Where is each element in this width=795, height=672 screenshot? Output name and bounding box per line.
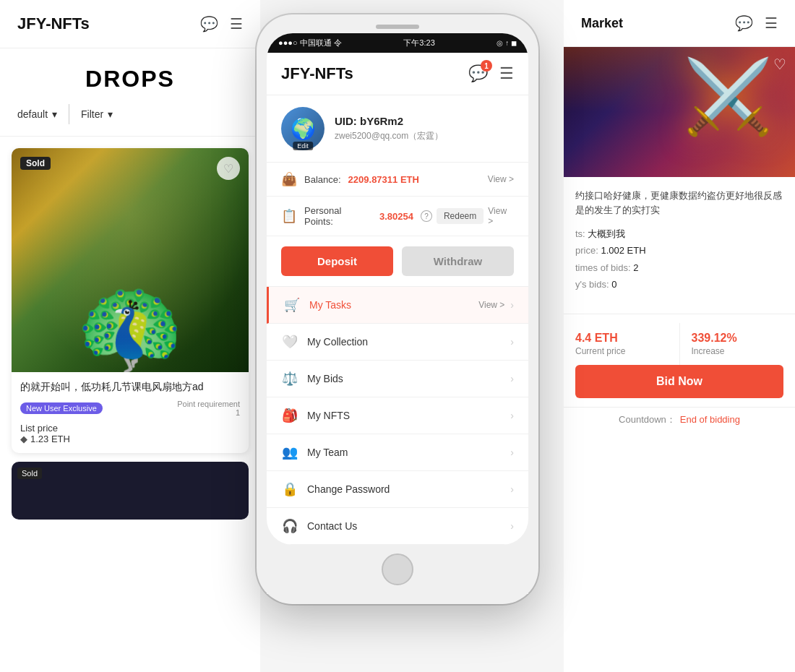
menu-item-my-team[interactable]: 👥My Team›	[267, 434, 528, 471]
chevron-right-icon: ›	[510, 299, 514, 311]
menu-item-right: ›	[510, 336, 514, 348]
menu-item-left: 👥My Team	[281, 444, 348, 460]
bid-button[interactable]: Bid Now	[575, 365, 783, 398]
chevron-right-icon: ›	[510, 447, 514, 458]
current-price-value: 4.4 ETH	[575, 332, 668, 345]
chevron-down-icon: ▾	[52, 108, 57, 120]
menu-item-right: ›	[510, 373, 514, 384]
chevron-right-icon: ›	[510, 336, 514, 348]
phone-speaker	[376, 25, 419, 29]
divider	[564, 314, 795, 314]
hamburger-menu[interactable]: ☰	[499, 64, 514, 83]
menu-item-my-bids[interactable]: ⚖️My Bids›	[267, 361, 528, 397]
left-header: JFY-NFTs 💬 ☰	[0, 0, 260, 48]
uid-text: UID: bY6Rm2	[335, 115, 443, 127]
point-requirement: Point requirement 1	[177, 400, 240, 417]
menu-icon-my-collection: 🤍	[281, 334, 298, 350]
menu-icon[interactable]: ☰	[230, 15, 243, 33]
phone-home-area	[267, 545, 528, 594]
chevron-down-icon: ▾	[108, 108, 113, 120]
menu-icon-my-tasks: 🛒	[283, 297, 301, 313]
points-left: 📋 Personal Points: 3.80254 ?	[281, 205, 432, 227]
menu-item-right: ›	[510, 410, 514, 421]
redeem-button[interactable]: Redeem	[437, 208, 484, 224]
profile-info: UID: bY6Rm2 zwei5200@qq.com（宏霆）	[335, 115, 443, 142]
card-info: 的就开始叫，低功耗几节课电风扇地方ad New User Exclusive P…	[12, 372, 249, 453]
message-icon[interactable]: 💬	[200, 15, 218, 33]
balance-row: 👜 Balance: 2209.87311 ETH View >	[267, 163, 528, 197]
avatar-edit-label[interactable]: Edit	[293, 142, 313, 150]
left-header-icons: 💬 ☰	[200, 15, 243, 33]
menu-label-change-password: Change Password	[307, 483, 390, 495]
points-icon: 📋	[281, 208, 297, 224]
game-favorite-button[interactable]: ♡	[773, 56, 786, 73]
phone-screen: ●●●○ 中国联通 令 下午3:23 ◎ ↑ ◼ JFY-NFTs 💬 1 ☰	[267, 33, 528, 545]
balance-value: 2209.87311 ETH	[348, 174, 419, 185]
increase-box: 339.12% Increase	[680, 323, 796, 365]
countdown-value: End of bidding	[680, 414, 740, 425]
menu-item-right: ›	[510, 520, 514, 532]
menu-item-right: View >›	[478, 299, 514, 311]
menu-item-left: 🎒My NFTS	[281, 408, 350, 423]
action-buttons: Deposit Withdraw	[267, 236, 528, 287]
menu-item-my-nfts[interactable]: 🎒My NFTS›	[267, 397, 528, 434]
left-filters: default ▾ Filter ▾	[0, 104, 260, 137]
second-nft-card: Sold	[12, 462, 249, 520]
home-button[interactable]	[382, 553, 413, 585]
new-user-tag: New User Exclusive	[20, 402, 103, 414]
status-left: ●●●○ 中国联通 令	[278, 38, 342, 48]
right-header-icons: 💬 ☰	[735, 14, 778, 32]
notification-icon[interactable]: 💬 1	[468, 64, 488, 83]
menu-label-my-bids: My Bids	[307, 373, 343, 384]
countdown-row: Countdown： End of bidding	[564, 407, 795, 432]
price-row: 4.4 ETH Current price 339.12% Increase	[564, 323, 795, 365]
phone-outer: ●●●○ 中国联通 令 下午3:23 ◎ ↑ ◼ JFY-NFTs 💬 1 ☰	[257, 14, 538, 604]
menu-item-left: 🔒Change Password	[281, 481, 390, 497]
menu-item-my-collection[interactable]: 🤍My Collection›	[267, 324, 528, 361]
right-message-icon[interactable]: 💬	[735, 14, 753, 32]
phone-app-header: JFY-NFTs 💬 1 ☰	[267, 53, 528, 95]
withdraw-button[interactable]: Withdraw	[402, 246, 514, 276]
card-container: Sold ♡ 的就开始叫，低功耗几节课电风扇地方ad New User Excl…	[0, 137, 260, 531]
wallet-icon: 👜	[281, 171, 297, 187]
notification-badge: 1	[481, 60, 492, 72]
help-icon[interactable]: ?	[421, 210, 432, 222]
card-tags: New User Exclusive Point requirement 1	[20, 400, 240, 417]
menu-label-my-team: My Team	[307, 447, 348, 458]
increase-label: Increase	[692, 346, 784, 356]
right-menu-icon[interactable]: ☰	[765, 14, 778, 32]
default-filter[interactable]: default ▾	[17, 104, 57, 124]
menu-item-right: ›	[510, 483, 514, 495]
card-description: 约接口哈好健康，更健康数据约盗仿更好地很反感是的发生了的实打实	[575, 189, 783, 217]
card-title: 的就开始叫，低功耗几节课电风扇地方ad	[20, 381, 240, 394]
points-view-link[interactable]: View >	[488, 206, 514, 226]
balance-view-link[interactable]: View >	[488, 174, 514, 184]
phone-logo: JFY-NFTs	[281, 64, 353, 83]
filter-dropdown[interactable]: Filter ▾	[81, 104, 113, 124]
deposit-button[interactable]: Deposit	[281, 246, 393, 276]
status-right: ◎ ↑ ◼	[497, 39, 517, 47]
points-value: 3.80254	[379, 211, 413, 222]
favorite-button[interactable]: ♡	[217, 157, 240, 180]
nft-card: Sold ♡ 的就开始叫，低功耗几节课电风扇地方ad New User Excl…	[12, 148, 249, 453]
email-text: zwei5200@qq.com（宏霆）	[335, 130, 443, 142]
phone-notch	[267, 25, 528, 29]
right-header: Market 💬 ☰	[564, 0, 795, 47]
game-banner: ⚔️ ♡	[564, 47, 795, 177]
menu-icon-my-bids: ⚖️	[281, 371, 298, 387]
menu-item-contact-us[interactable]: 🎧Contact Us›	[267, 508, 528, 545]
menu-label-my-nfts: My NFTS	[307, 410, 350, 421]
profile-section: 🌍 Edit UID: bY6Rm2 zwei5200@qq.com（宏霆）	[267, 95, 528, 163]
chevron-right-icon: ›	[510, 520, 514, 532]
points-row: 📋 Personal Points: 3.80254 ? Redeem View…	[267, 197, 528, 236]
phone-header-right: 💬 1 ☰	[468, 64, 514, 83]
menu-item-change-password[interactable]: 🔒Change Password›	[267, 471, 528, 508]
menu-item-left: 🤍My Collection	[281, 334, 368, 350]
menu-icon-my-team: 👥	[281, 444, 298, 460]
menu-item-my-tasks[interactable]: 🛒My TasksView >›	[267, 287, 528, 324]
menu-item-left: 🛒My Tasks	[283, 297, 351, 313]
menu-icon-contact-us: 🎧	[281, 518, 298, 534]
increase-value: 339.12%	[692, 332, 784, 345]
menu-view-link[interactable]: View >	[478, 300, 504, 310]
peacock-image	[12, 148, 249, 372]
